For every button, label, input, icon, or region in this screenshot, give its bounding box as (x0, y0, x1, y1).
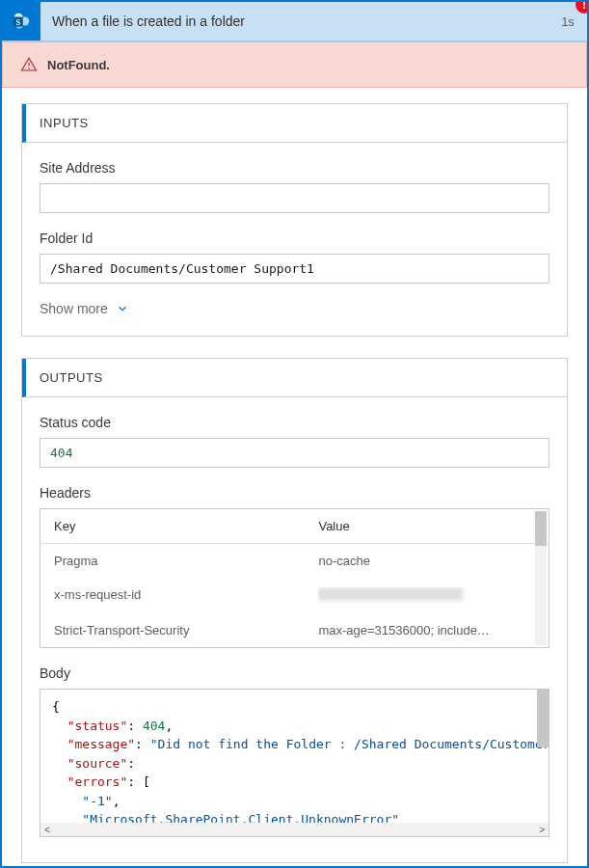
hscroll-right-icon[interactable]: > (539, 825, 545, 835)
outputs-card: OUTPUTS Status code 404 Headers Key Valu… (21, 358, 568, 863)
site-address-input[interactable] (40, 183, 549, 213)
inputs-card: INPUTS Site Address Folder Id Show more (21, 103, 568, 337)
body-hscroll-track[interactable]: < > (40, 823, 549, 836)
action-titlebar[interactable]: S When a file is created in a folder 1s (2, 2, 587, 41)
error-banner: NotFound. (2, 41, 587, 88)
action-title: When a file is created in a folder (40, 14, 549, 29)
body-label: Body (40, 665, 549, 681)
body-json-viewer[interactable]: { "status": 404, "message": "Did not fin… (40, 689, 549, 837)
table-row: Strict-Transport-Security max-age=315360… (40, 613, 549, 647)
body-scrollbar-thumb[interactable] (537, 690, 549, 747)
headers-col-key: Key (54, 519, 318, 533)
error-message: NotFound. (47, 58, 110, 72)
status-code-label: Status code (40, 415, 549, 430)
chevron-down-icon (116, 302, 129, 315)
sharepoint-icon: S (2, 2, 40, 41)
folder-id-label: Folder Id (40, 231, 549, 246)
headers-label: Headers (40, 485, 549, 501)
svg-text:S: S (15, 18, 20, 27)
inputs-header: INPUTS (22, 104, 567, 143)
headers-col-value: Value (318, 519, 535, 533)
table-row: Pragma no-cache (40, 544, 549, 578)
hscroll-left-icon[interactable]: < (44, 825, 50, 835)
headers-column-row: Key Value (40, 509, 549, 544)
show-more-label: Show more (40, 301, 108, 316)
status-code-value: 404 (40, 438, 549, 468)
svg-point-6 (28, 68, 30, 69)
headers-table[interactable]: Key Value Pragma no-cache x-ms-request-i… (40, 508, 549, 648)
action-duration: 1s (549, 14, 587, 29)
folder-id-input[interactable] (40, 254, 549, 284)
show-more-toggle[interactable]: Show more (40, 301, 549, 316)
outputs-header: OUTPUTS (22, 359, 567, 397)
site-address-label: Site Address (40, 160, 549, 176)
redacted-value (318, 587, 463, 601)
table-row: x-ms-request-id (40, 578, 549, 613)
headers-scrollbar-thumb[interactable] (535, 511, 547, 546)
warning-icon (20, 56, 38, 73)
